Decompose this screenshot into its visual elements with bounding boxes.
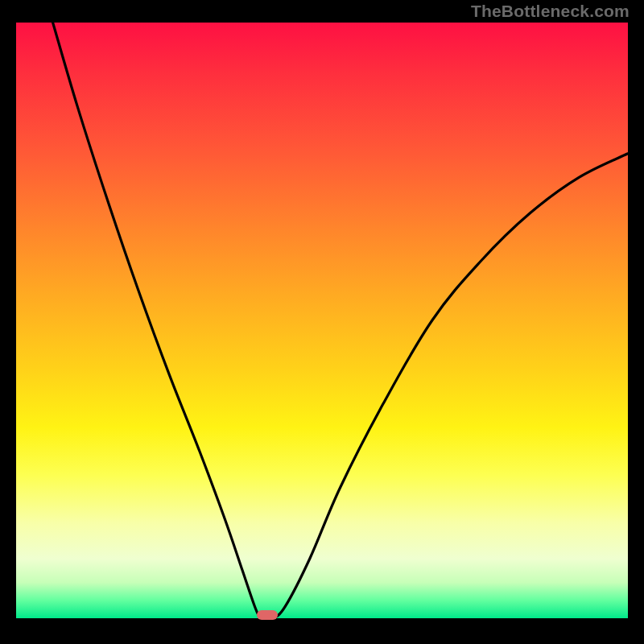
bottleneck-curve (16, 23, 628, 618)
plot-area (16, 23, 628, 618)
bottleneck-curve-path (53, 23, 628, 618)
chart-frame: TheBottleneck.com (0, 0, 644, 644)
optimal-marker (257, 610, 278, 620)
watermark-label: TheBottleneck.com (471, 2, 630, 21)
